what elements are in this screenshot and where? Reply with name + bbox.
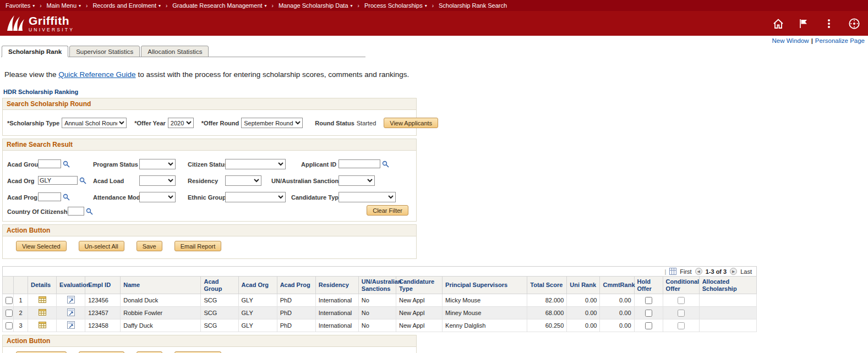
acad-org-lookup-icon[interactable] [79,177,86,184]
navbar-icon[interactable] [848,18,860,30]
row-select-checkbox[interactable] [6,310,13,317]
flag-icon[interactable] [798,18,810,30]
table-row: 3123458Daffy DuckSCGGLYPhDInternationalN… [3,319,757,332]
conditional-offer-checkbox[interactable] [678,297,685,304]
acad-group-input[interactable] [38,159,61,168]
grid-nav-first[interactable]: First [680,268,691,275]
cell-evaluation[interactable] [57,319,85,332]
evaluation-icon[interactable] [67,296,75,304]
cell-details[interactable] [28,319,57,332]
tab-allocation-statistics[interactable]: Allocation Statistics [141,46,209,57]
personalize-page-link[interactable]: Personalize Page [815,37,865,44]
next-page-icon[interactable]: ▶ [730,268,737,275]
cell-hold-offer[interactable] [634,307,663,319]
country-of-citizenship-lookup-icon[interactable] [86,208,93,215]
new-window-link[interactable]: New Window [772,37,809,44]
round-status-label: Round Status [315,120,354,126]
acad-group-lookup-icon[interactable] [63,161,70,168]
row-select-checkbox[interactable] [6,322,13,329]
conditional-offer-checkbox[interactable] [678,322,685,329]
hold-offer-checkbox[interactable] [645,322,652,329]
cell-evaluation[interactable] [57,307,85,319]
cell-name: Robbie Fowler [121,307,201,319]
action-top-title: Action Button [3,225,416,236]
view-applicants-button[interactable]: View Applicants [384,118,438,128]
ethnic-group-select[interactable] [225,192,286,202]
attendance-mode-select[interactable] [139,192,176,202]
details-icon[interactable] [39,321,46,329]
program-status-select[interactable] [139,159,176,169]
griffith-logo: Griffith UNIVERSITY [6,15,74,32]
quick-reference-guide-link[interactable]: Quick Reference Guide [58,70,135,79]
residency-select[interactable] [225,175,261,186]
column-header-candidature-type: Candidature Type [396,277,442,294]
column-header-cmmtrank: CmmtRank [600,277,634,294]
details-icon[interactable] [39,296,46,304]
un-select-all-button[interactable]: Un-select All [79,241,124,251]
row-select-checkbox[interactable] [6,297,13,304]
breadcrumb-item-main-menu[interactable]: Main Menu▾ [47,2,81,9]
search-round-title: Search Scholarship Round [3,98,416,110]
column-header-acad-group: Acad Group [201,277,238,294]
cell-details[interactable] [28,307,57,319]
tab-scholarship-rank[interactable]: Scholarship Rank [2,46,68,57]
results-table: DetailsEvaluationEmpl IDNameAcad GroupAc… [2,276,757,332]
breadcrumb-item-graduate-research-management[interactable]: Graduate Research Management▾ [172,2,266,9]
breadcrumb-item-favorites[interactable]: Favorites▾ [6,2,35,9]
candidature-type-label: Candidature Type [291,194,342,201]
email-report-button[interactable]: Email Report [174,241,222,251]
hold-offer-checkbox[interactable] [645,310,652,317]
cell-conditional-offer[interactable] [663,319,699,332]
column-header-residency: Residency [315,277,358,294]
citizen-status-select[interactable] [225,159,286,169]
action-bottom-buttons: View SelectedUn-select AllSaveEmail Repo… [3,347,416,353]
applicant-id-lookup-icon[interactable] [382,161,389,168]
clear-filter-button[interactable]: Clear Filter [367,205,408,216]
breadcrumb-item-scholarship-rank-search[interactable]: Scholarship Rank Search [439,2,507,9]
cell-evaluation[interactable] [57,294,85,307]
acad-prog-lookup-icon[interactable] [63,194,70,201]
cell-row-select[interactable] [3,319,14,332]
breadcrumb-item-manage-scholarship-data[interactable]: Manage Scholarship Data▾ [279,2,353,9]
candidature-type-select[interactable] [339,192,396,202]
breadcrumb-item-records-and-enrolment[interactable]: Records and Enrolment▾ [92,2,161,9]
offer-year-select[interactable]: 2020 [168,118,194,128]
conditional-offer-checkbox[interactable] [678,310,685,317]
cell-row-select[interactable] [3,294,14,307]
details-icon[interactable] [39,308,46,316]
cell-candidature-type: New Appl [396,319,442,332]
cell-conditional-offer[interactable] [663,307,699,319]
column-header-uni-rank: Uni Rank [567,277,600,294]
cell-row-select[interactable] [3,307,14,319]
save-button[interactable]: Save [137,241,162,251]
column-header-allocated-scholarship: Allocated Scholarship [699,277,756,294]
acad-org-input[interactable] [38,176,78,185]
kebab-menu-icon[interactable] [823,18,835,30]
offer-round-select[interactable]: September Round [241,118,303,128]
hold-offer-checkbox[interactable] [645,297,652,304]
evaluation-icon[interactable] [67,308,75,316]
acad-prog-label: Acad Prog [7,194,37,201]
previous-page-icon[interactable]: ◀ [695,268,702,275]
evaluation-icon[interactable] [67,321,75,329]
download-grid-icon[interactable] [669,268,676,275]
cell-hold-offer[interactable] [634,294,663,307]
tab-supervisor-statistics[interactable]: Supervisor Statistics [69,46,140,57]
acad-load-select[interactable] [139,175,176,186]
breadcrumb-item-process-scholarships[interactable]: Process Scholarships▾ [364,2,427,9]
grid-nav-last[interactable]: Last [740,268,752,275]
acad-prog-input[interactable] [38,192,61,201]
refine-title: Refine Search Result [3,139,416,151]
offer-year-label: *Offer Year [134,120,166,126]
country-of-citizenship-input[interactable] [68,207,84,216]
cell-acad-prog: PhD [277,319,315,332]
cell-details[interactable] [28,294,57,307]
applicant-id-input[interactable] [339,159,380,168]
page-title: HDR Scholarship Ranking [3,89,868,95]
home-icon[interactable] [772,18,784,30]
scholarship-type-select[interactable]: Annual Schol Round A [62,118,127,128]
cell-hold-offer[interactable] [634,319,663,332]
cell-conditional-offer[interactable] [663,294,699,307]
sanctions-select[interactable] [339,175,375,186]
view-selected-button[interactable]: View Selected [16,241,67,251]
